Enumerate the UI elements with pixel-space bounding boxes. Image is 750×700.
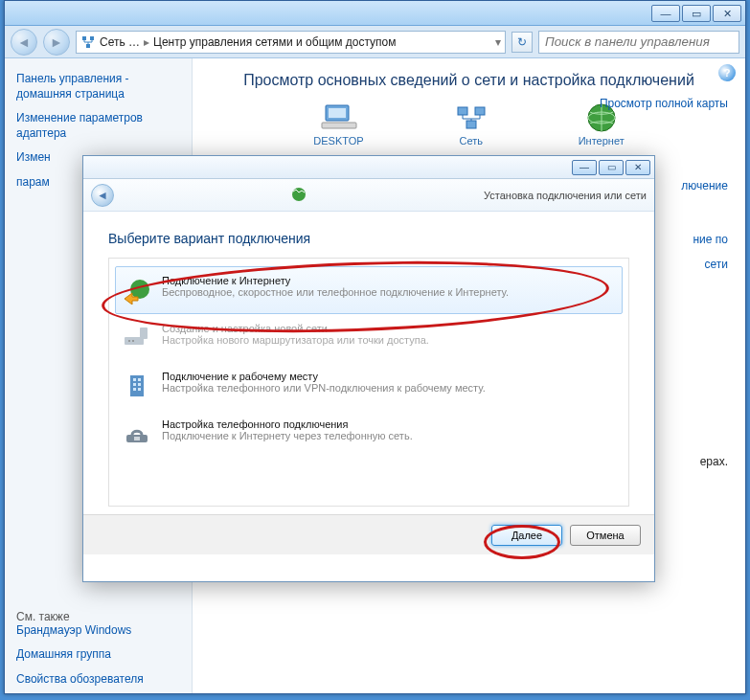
help-icon[interactable]: ? [718,64,736,81]
maximize-button[interactable]: ▭ [682,5,711,22]
option-new-network-desc: Настройка нового маршрутизатора или точк… [162,334,429,346]
option-internet-desc: Беспроводное, скоростное или телефонное … [162,286,509,298]
wizard-maximize-button[interactable]: ▭ [599,160,624,175]
link-view-map[interactable]: Просмотр полной карты [584,97,728,110]
wizard-body: Выберите вариант подключения Подключение… [83,212,654,514]
connection-options: Подключение к Интернету Беспроводное, ск… [108,258,629,507]
wizard-title: Установка подключения или сети [484,190,647,201]
network-hub-icon [450,102,492,133]
option-dialup[interactable]: Настройка телефонного подключения Подклю… [115,410,623,458]
svg-rect-22 [133,388,136,391]
svg-rect-7 [475,107,485,115]
svg-rect-23 [138,388,141,391]
option-workplace[interactable]: Подключение к рабочему месту Настройка т… [115,362,623,410]
network-icon [80,34,96,50]
nav-back-button[interactable]: ◄ [11,29,37,56]
breadcrumb-current[interactable]: Центр управления сетями и общим доступом [151,35,398,49]
svg-rect-1 [90,36,94,40]
svg-rect-20 [133,383,136,386]
netnode-desktop-label: DESKTOP [313,135,363,147]
wizard-footer: Далее Отмена [83,514,654,554]
sidebar-browser-props[interactable]: Свойства обозревателя [16,672,180,688]
address-bar: ◄ ► Сеть … ▸ Центр управления сетями и о… [5,26,745,58]
minimize-button[interactable]: — [651,5,680,22]
router-icon [122,323,152,353]
wizard-minimize-button[interactable]: — [572,160,597,175]
search-box[interactable] [538,31,739,54]
close-button[interactable]: ✕ [713,5,741,22]
option-workplace-desc: Настройка телефонного или VPN-подключени… [162,382,486,394]
wizard-titlebar: — ▭ ✕ [83,156,654,179]
cancel-button[interactable]: Отмена [570,525,641,546]
svg-point-11 [292,188,306,201]
option-workplace-title: Подключение к рабочему месту [162,371,486,382]
wizard-back-button[interactable]: ◄ [91,184,114,207]
netnode-network[interactable]: Сеть [450,102,492,147]
svg-rect-17 [130,375,144,396]
refresh-button[interactable]: ↻ [511,32,533,53]
nav-forward-button[interactable]: ► [43,29,70,56]
option-new-network[interactable]: Создание и настройка новой сети Настройк… [115,314,623,362]
netnode-network-label: Сеть [459,135,482,147]
option-internet[interactable]: Подключение к Интернету Беспроводное, ск… [115,266,623,314]
svg-rect-6 [458,107,467,115]
sidebar-see-also-label: См. также [16,610,180,623]
wizard-header: ◄ Установка подключения или сети [83,179,654,212]
sidebar-homegroup[interactable]: Домашняя группа [16,647,180,663]
breadcrumb[interactable]: Сеть … ▸ Центр управления сетями и общим… [76,31,506,54]
next-button[interactable]: Далее [491,525,562,546]
svg-point-12 [130,280,149,299]
option-dialup-desc: Подключение к Интернету через телефонную… [162,430,413,441]
svg-rect-14 [140,327,148,339]
svg-rect-25 [134,437,140,440]
svg-rect-4 [329,108,346,118]
svg-point-15 [128,340,130,342]
wizard-icon [290,186,307,203]
chevron-right-icon: ▸ [144,35,149,49]
phone-icon [122,418,152,449]
option-dialup-title: Настройка телефонного подключения [162,418,413,430]
sidebar-adapter-settings[interactable]: Изменение параметров адаптера [16,111,180,141]
option-new-network-title: Создание и настройка новой сети [162,323,429,334]
svg-point-16 [132,340,134,342]
wizard-dialog: — ▭ ✕ ◄ Установка подключения или сети В… [82,155,655,582]
svg-rect-8 [466,121,476,128]
page-title: Просмотр основных сведений о сети и наст… [210,72,728,89]
window-titlebar: — ▭ ✕ [5,1,745,26]
option-internet-title: Подключение к Интернету [162,275,509,286]
breadcrumb-root[interactable]: Сеть … [98,35,142,49]
globe-arrow-icon [122,275,152,305]
svg-rect-5 [322,123,356,128]
wizard-heading: Выберите вариант подключения [108,231,629,246]
wizard-close-button[interactable]: ✕ [625,160,650,175]
svg-rect-18 [133,378,136,381]
svg-rect-2 [86,44,90,48]
svg-rect-21 [138,383,141,386]
building-icon [122,371,152,401]
computer-icon [318,102,360,133]
chevron-down-icon[interactable]: ▾ [495,35,501,49]
sidebar-firewall[interactable]: Брандмауэр Windows [16,623,180,639]
search-input[interactable] [545,34,733,49]
svg-rect-0 [82,36,86,40]
netnode-desktop[interactable]: DESKTOP [313,102,363,147]
svg-rect-19 [138,378,141,381]
sidebar-cp-home[interactable]: Панель управления - домашняя страница [16,72,180,102]
